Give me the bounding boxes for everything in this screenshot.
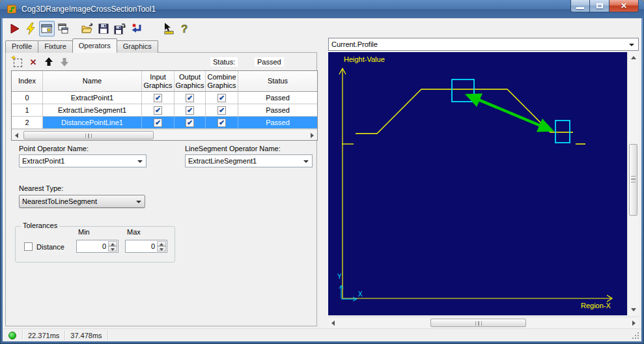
checkbox-checked-icon: ✔ [154,106,162,115]
show-tool-display-button[interactable] [39,21,55,36]
minimize-button[interactable] [570,0,590,12]
move-up-button[interactable] [41,55,57,68]
cell-combine-graphics[interactable]: ✔ [206,104,238,117]
checkbox-checked-icon: ✔ [154,119,162,127]
distance-checkbox[interactable] [24,242,33,251]
tab-profile[interactable]: Profile [5,40,38,53]
profile-display[interactable]: Height-Value Region-X Y X [328,52,627,315]
pointer-measure-icon [161,22,175,35]
cell-combine-graphics[interactable]: ✔ [206,92,238,104]
scroll-right-icon[interactable] [311,133,314,138]
divider [107,330,108,340]
chevron-down-icon [629,44,634,46]
tab-operators[interactable]: Operators [72,38,117,53]
total-time: 37.478ms [65,332,107,339]
max-label: Max [127,228,141,236]
save-button[interactable] [96,21,111,36]
display-vertical-scrollbar[interactable] [627,52,639,315]
scroll-up-icon[interactable] [631,56,636,59]
max-value: 0 [151,242,155,250]
status-label: Status: [210,57,238,66]
header-index[interactable]: Index [12,71,43,92]
new-operator-icon: ✦ [14,59,22,67]
tool-window: Cog3DRangeImageCrossSectionTool1 ✕ [0,0,644,344]
maximize-button[interactable] [590,0,609,12]
cell-input-graphics[interactable]: ✔ [142,104,175,117]
close-button[interactable]: ✕ [609,0,639,12]
min-spinner[interactable]: 0 [76,240,119,253]
scrollbar-thumb[interactable] [430,319,526,327]
run-icon [8,22,21,35]
open-file-button[interactable] [79,21,95,36]
add-operator-button[interactable]: ✦ [10,55,25,68]
cell-index: 2 [12,117,43,129]
status-bar: 22.371ms 37.478ms [3,328,641,341]
save-as-icon [113,22,126,35]
arrow-up-icon [44,57,54,67]
cell-output-graphics[interactable]: ✔ [175,92,206,104]
header-status[interactable]: Status [238,71,317,92]
tool-state-indicator-icon [8,332,16,339]
distance-arrow[interactable] [468,95,552,130]
resize-grip-icon[interactable] [632,332,639,339]
save-icon [97,22,110,35]
table-horizontal-scrollbar[interactable] [12,129,317,140]
cell-combine-graphics[interactable]: ✔ [206,117,238,129]
cell-input-graphics[interactable]: ✔ [142,117,175,129]
scroll-right-icon[interactable] [632,321,636,326]
table-row[interactable]: 0 ExtractPoint1 ✔ ✔ ✔ Passed [12,92,317,104]
arrow-down-icon [59,57,70,67]
float-window-button[interactable] [55,21,71,36]
header-output-graphics[interactable]: Output Graphics [175,71,206,92]
electric-run-button[interactable] [23,21,38,36]
header-input-graphics[interactable]: Input Graphics [142,71,175,92]
move-down-button[interactable] [57,55,72,68]
tab-fixture[interactable]: Fixture [38,40,73,53]
spin-down-icon[interactable] [157,246,166,251]
header-name[interactable]: Name [43,71,142,92]
pointer-measure-button[interactable] [160,21,176,36]
point-operator-combobox[interactable]: ExtractPoint1 [19,154,147,167]
spin-up-icon[interactable] [108,241,117,246]
spin-up-icon[interactable] [157,241,166,246]
nearest-type-combobox[interactable]: NearestToLineSegment [19,195,145,208]
linesegment-operator-label: LineSegment Operator Name: [185,145,281,152]
run-button[interactable] [7,21,22,36]
point-marker-box[interactable] [452,79,474,102]
help-icon: ? [178,22,191,35]
checkbox-checked-icon: ✔ [217,94,226,102]
table-row[interactable]: 1 ExtractLineSegment1 ✔ ✔ ✔ Passed [12,104,317,117]
electric-run-icon [24,22,37,35]
distance-label: Distance [36,243,64,251]
checkbox-checked-icon: ✔ [186,106,194,115]
delete-operator-button[interactable]: ✕ [25,55,41,68]
point-operator-value: ExtractPoint1 [22,157,64,165]
operators-tab-page: ✦ ✕ Status: Passed Index Name In [5,52,317,326]
tolerances-title: Tolerances [21,222,59,229]
cell-input-graphics[interactable]: ✔ [142,92,175,104]
max-spinner[interactable]: 0 [125,240,167,253]
tab-graphics[interactable]: Graphics [117,40,158,53]
cell-output-graphics[interactable]: ✔ [175,117,206,129]
cell-output-graphics[interactable]: ✔ [175,104,206,117]
linesegment-operator-combobox[interactable]: ExtractLineSegment1 [185,154,313,167]
header-combine-graphics[interactable]: Combine Graphics [206,71,238,92]
open-file-icon [81,22,94,35]
title-bar[interactable]: Cog3DRangeImageCrossSectionTool1 ✕ [0,0,644,18]
scroll-left-icon[interactable] [331,321,335,326]
operators-table: Index Name Input Graphics Output Graphic… [11,70,318,141]
scrollbar-thumb[interactable] [629,144,637,216]
help-button[interactable]: ? [176,21,192,36]
table-row-selected[interactable]: 2 DistancePointLine1 ✔ ✔ ✔ Passed [12,117,317,129]
reset-button[interactable] [128,21,144,36]
scroll-left-icon[interactable] [15,133,18,138]
spin-down-icon[interactable] [108,246,117,251]
close-icon: ✕ [621,2,627,10]
save-as-button[interactable] [112,21,128,36]
scrollbar-thumb[interactable] [23,131,154,139]
profile-chart: Height-Value Region-X Y X [328,52,627,315]
display-selector-combobox[interactable]: Current.Profile [328,38,639,51]
scroll-down-icon[interactable] [631,308,636,311]
display-horizontal-scrollbar[interactable] [328,317,639,328]
nearest-point-marker-box[interactable] [555,121,570,143]
